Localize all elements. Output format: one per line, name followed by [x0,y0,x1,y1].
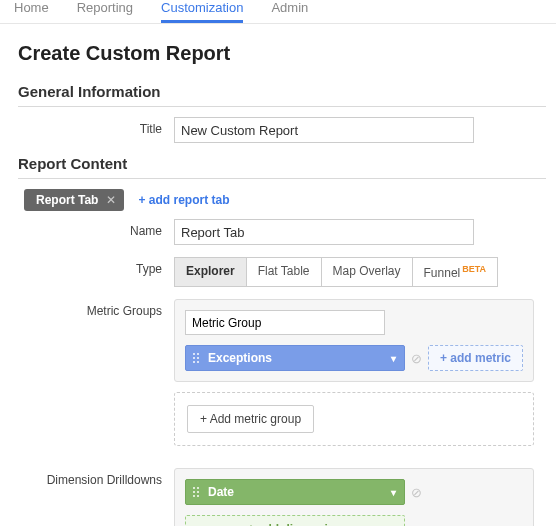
nav-reporting[interactable]: Reporting [77,0,133,21]
nav-home[interactable]: Home [14,0,49,21]
type-flat-table[interactable]: Flat Table [246,257,322,287]
dimension-chip-label: Date [208,485,234,499]
drag-handle-icon[interactable] [192,486,200,498]
drag-handle-icon[interactable] [192,352,200,364]
nav-customization[interactable]: Customization [161,0,243,23]
name-input[interactable] [174,219,474,245]
type-funnel-label: Funnel [424,266,461,280]
type-toggle-group: Explorer Flat Table Map Overlay FunnelBE… [174,257,556,287]
beta-badge: BETA [462,264,486,274]
add-report-tab-link[interactable]: + add report tab [138,193,229,207]
report-tab-pill[interactable]: Report Tab ✕ [24,189,124,211]
label-metric-groups: Metric Groups [18,299,174,318]
report-tab-label: Report Tab [36,193,98,207]
dimension-box: Date ▾ ⊘ + add dimension [174,468,534,526]
metric-chip-exceptions[interactable]: Exceptions ▾ [185,345,405,371]
section-general-heading: General Information [18,83,546,107]
metric-chip-label: Exceptions [208,351,272,365]
remove-dimension-icon[interactable]: ⊘ [411,485,422,500]
type-funnel[interactable]: FunnelBETA [412,257,499,287]
metric-group-box: Exceptions ▾ ⊘ + add metric [174,299,534,382]
label-dimension-drilldowns: Dimension Drilldowns [18,468,174,487]
add-metric-group-button[interactable]: + Add metric group [187,405,314,433]
top-nav: Home Reporting Customization Admin [0,0,556,24]
title-input[interactable] [174,117,474,143]
label-type: Type [18,257,174,276]
section-content-heading: Report Content [18,155,546,179]
close-icon[interactable]: ✕ [106,193,116,207]
label-title: Title [18,117,174,136]
chevron-down-icon[interactable]: ▾ [391,353,396,364]
page-title: Create Custom Report [18,42,556,65]
type-map-overlay[interactable]: Map Overlay [321,257,413,287]
nav-admin[interactable]: Admin [271,0,308,21]
add-dimension-button[interactable]: + add dimension [185,515,405,526]
label-name: Name [18,219,174,238]
metric-group-title-input[interactable] [185,310,385,335]
dimension-chip-date[interactable]: Date ▾ [185,479,405,505]
remove-metric-icon[interactable]: ⊘ [411,351,422,366]
add-metric-group-box: + Add metric group [174,392,534,446]
chevron-down-icon[interactable]: ▾ [391,487,396,498]
add-metric-button[interactable]: + add metric [428,345,523,371]
type-explorer[interactable]: Explorer [174,257,247,287]
